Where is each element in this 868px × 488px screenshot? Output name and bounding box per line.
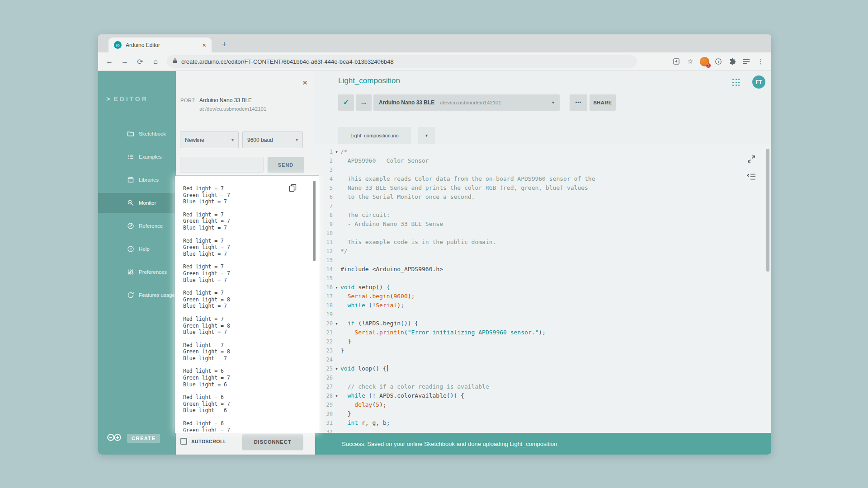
editor-brand: > EDITOR <box>106 95 148 103</box>
upload-button[interactable]: → <box>356 94 372 110</box>
code-line: 19 <box>315 310 771 319</box>
serial-output-block: Red light = 7Green light = 7Blue light =… <box>183 238 308 258</box>
brand-chevron-icon: > <box>106 95 110 103</box>
serial-monitor-output[interactable]: Red light = 7Green light = 7Blue light =… <box>175 176 319 433</box>
serial-output-block: Red light = 6Green light = 7Blue light =… <box>183 368 308 388</box>
serial-output-block: Red light = 7Green light = 8Blue light =… <box>183 290 308 310</box>
share-button[interactable]: SHARE <box>590 94 616 110</box>
line-ending-dropdown[interactable]: Newline ▾ <box>180 131 239 148</box>
create-logo-label: CREATE <box>127 434 160 443</box>
baud-rate-dropdown[interactable]: 9600 baud ▾ <box>242 131 303 148</box>
avatar: 1 <box>700 57 709 66</box>
new-tab-button[interactable]: + <box>218 38 230 50</box>
serial-output: Red light = 7Green light = 7Blue light =… <box>183 185 308 433</box>
sidebar-item-features-usage[interactable]: Features usage <box>98 285 176 305</box>
browser-menu-icon[interactable]: ⋮ <box>755 56 766 67</box>
sketch-file-tab[interactable]: Light_composition.ino <box>338 127 411 144</box>
chevron-down-icon: ▾ <box>296 137 298 142</box>
browser-address-bar: ← → ⟳ ⌂ create.arduino.cc/editor/FT-CONT… <box>98 52 771 71</box>
code-text: Nano 33 BLE Sense and prints the color R… <box>340 183 588 192</box>
fullscreen-expand-icon[interactable] <box>747 155 756 165</box>
serial-message-input[interactable] <box>180 157 264 173</box>
extensions-puzzle-icon[interactable] <box>727 56 738 67</box>
forward-icon[interactable]: → <box>119 56 131 67</box>
code-line: 32 <box>315 427 771 433</box>
browser-window: ∞ Arduino Editor × + ← → ⟳ ⌂ create.ardu… <box>98 34 771 455</box>
features-usage-icon <box>127 291 134 299</box>
code-line: 29 delay(5); <box>315 400 771 409</box>
url-omnibox[interactable]: create.arduino.cc/editor/FT-CONTENT/6b41… <box>167 55 637 68</box>
refresh-icon[interactable]: ⟳ <box>134 56 146 67</box>
browser-tab[interactable]: ∞ Arduino Editor × <box>108 38 212 52</box>
sketch-title: Light_composition <box>338 76 400 85</box>
code-text: This example reads Color data from the o… <box>340 174 595 183</box>
fold-caret-icon[interactable]: ▾ <box>333 286 340 290</box>
fold-caret-icon[interactable]: ▾ <box>333 322 340 326</box>
sidebar-item-label: Reference <box>139 223 163 229</box>
apps-grid-icon[interactable] <box>732 79 740 86</box>
code-line: 4 This example reads Color data from the… <box>315 174 771 183</box>
sidebar-item-monitor[interactable]: Monitor <box>98 193 176 213</box>
examples-list-icon <box>127 153 134 160</box>
bookmark-star-icon[interactable]: ☆ <box>685 56 696 67</box>
editor-scrollbar[interactable] <box>766 149 769 272</box>
code-line: 26 <box>315 373 771 382</box>
line-number: 1 <box>315 149 333 155</box>
user-avatar[interactable]: FT <box>752 75 765 89</box>
code-line: 11 This example code is in the public do… <box>315 238 771 247</box>
sidebar-item-label: Help <box>139 246 150 252</box>
code-line: 17 Serial.begin(9600); <box>315 292 771 301</box>
code-editor[interactable]: 1▾/*2 APDS9960 - Color Sensor34 This exa… <box>315 144 771 433</box>
send-button[interactable]: SEND <box>268 157 304 173</box>
page-action-icon[interactable] <box>671 56 682 67</box>
back-icon[interactable]: ← <box>104 56 115 67</box>
port-info: PORT: Arduino Nano 33 BLE at /dev/cu.usb… <box>180 97 266 112</box>
code-line: 16▾void setup() { <box>315 283 771 292</box>
serial-output-block: Red light = 7Green light = 7Blue light =… <box>183 211 308 231</box>
status-bar: Success: Saved on your online Sketchbook… <box>315 433 771 455</box>
output-scrollbar[interactable] <box>313 181 316 261</box>
monitor-close-icon[interactable]: × <box>302 78 307 87</box>
sidebar: > EDITOR SketchbookExamplesLibrariesMoni… <box>98 71 176 455</box>
sidebar-item-libraries[interactable]: Libraries <box>98 170 176 190</box>
board-selector[interactable]: Arduino Nano 33 BLE /dev/cu.usbmodem1421… <box>373 94 560 110</box>
sidebar-item-examples[interactable]: Examples <box>98 147 176 167</box>
code-text: } <box>340 409 351 418</box>
sidebar-item-sketchbook[interactable]: Sketchbook <box>98 124 176 144</box>
extension-profile-icon[interactable]: 1 <box>699 56 710 67</box>
autoscroll-checkbox[interactable] <box>180 438 187 445</box>
fold-caret-icon[interactable]: ▾ <box>333 150 340 154</box>
copy-icon[interactable] <box>288 183 297 192</box>
code-line: 1▾/* <box>315 147 771 156</box>
fold-caret-icon[interactable]: ▾ <box>333 367 340 371</box>
sidebar-item-reference[interactable]: Reference <box>98 216 176 236</box>
serial-output-block: Red light = 7Green light = 8Blue light =… <box>183 342 308 362</box>
disconnect-button[interactable]: DISCONNECT <box>242 434 303 450</box>
code-text: } <box>340 346 344 355</box>
info-icon[interactable] <box>713 56 724 67</box>
code-text: void setup() { <box>340 283 390 292</box>
line-number: 3 <box>315 167 333 173</box>
sidebar-item-preferences[interactable]: Preferences <box>98 262 176 282</box>
code-line: 14#include <Arduino_APDS9960.h> <box>315 265 771 274</box>
sidebar-item-label: Libraries <box>139 177 159 183</box>
tab-title: Arduino Editor <box>126 42 202 48</box>
fold-caret-icon[interactable]: ▾ <box>333 394 340 398</box>
arduino-infinity-logo-icon <box>106 433 123 444</box>
more-options-button[interactable]: ••• <box>570 94 587 110</box>
verify-button[interactable]: ✓ <box>338 94 354 110</box>
sketch-tab-dropdown[interactable]: ▾ <box>418 127 435 144</box>
code-text: while (!Serial); <box>340 301 404 310</box>
arduino-favicon-icon: ∞ <box>114 41 122 49</box>
code-line: 13 <box>315 256 771 265</box>
reading-list-icon[interactable] <box>741 56 752 67</box>
code-line: 27 // check if a color reading is availa… <box>315 382 771 391</box>
tab-close-icon[interactable]: × <box>202 41 206 49</box>
autoformat-icon[interactable] <box>747 173 756 182</box>
home-icon[interactable]: ⌂ <box>150 56 161 67</box>
sidebar-item-help[interactable]: ?Help <box>98 239 176 259</box>
editor-area: Light_composition FT ✓ → Arduino Nano 33… <box>315 71 771 455</box>
serial-output-block: Red light = 6Green light = 7Blue light =… <box>183 394 308 414</box>
line-ending-value: Newline <box>185 137 204 143</box>
code-line: 24 <box>315 355 771 364</box>
